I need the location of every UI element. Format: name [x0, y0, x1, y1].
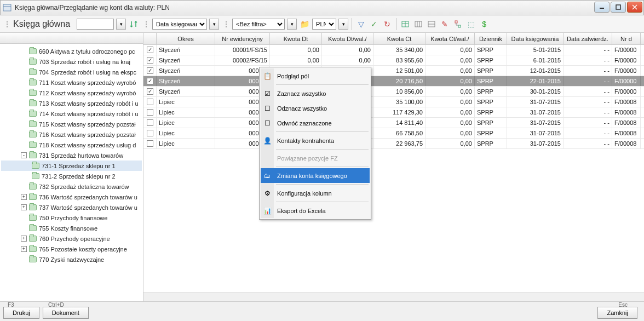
table-icon[interactable]: [400, 19, 411, 30]
context-menu-item[interactable]: ⚙Konfiguracja kolumn: [261, 186, 370, 200]
tree-item-732[interactable]: 732 Sprzedaż detaliczna towarów: [1, 181, 142, 192]
table-row[interactable]: Styczeń00004/0012 501,000,00SPRP12-01-20…: [143, 66, 644, 76]
tree-item-703[interactable]: 703 Sprzedaż robót i usług na kraj: [1, 56, 142, 67]
col-header-kwdtw[interactable]: Kwota Dt/wal./: [322, 33, 373, 44]
tree-icon[interactable]: ✎: [439, 19, 450, 30]
folder-icon[interactable]: 📁: [299, 19, 310, 30]
tree-item-731-1[interactable]: 731-1 Sprzedaż sklepu nr 1: [1, 160, 142, 171]
tree-item-711[interactable]: 711 Koszt własny sprzedaży wyrobó: [1, 77, 142, 88]
table-row[interactable]: Lipiec00032/0022 963,750,00SPRP31-07-201…: [143, 139, 644, 149]
table-row[interactable]: Lipiec00024/00117 429,300,00SPRP31-07-20…: [143, 107, 644, 118]
col-header-kwctw[interactable]: Kwota Ct/wal./: [426, 33, 475, 44]
col-header-nrew[interactable]: Nr ewidencyjny: [215, 33, 270, 44]
tree-item-731-2[interactable]: 731-2 Sprzedaż sklepu nr 2: [1, 171, 142, 181]
dropdown-button[interactable]: ▾: [116, 19, 126, 30]
col-header-kwct[interactable]: Kwota Ct: [373, 33, 426, 44]
grid-scrollbar[interactable]: [143, 293, 644, 301]
tree-expander[interactable]: +: [21, 236, 27, 242]
row-checkbox-cell[interactable]: [143, 128, 157, 138]
context-menu-item[interactable]: 📊Eksport do Excela: [261, 203, 370, 218]
table-row[interactable]: Styczeń00007/0020 716,500,00SPRP22-01-20…: [143, 76, 644, 87]
document-button[interactable]: Dokument: [43, 307, 89, 319]
col-header-nrd[interactable]: Nr d: [612, 33, 641, 44]
tree-item-765[interactable]: +765 Pozostałe koszty operacyjne: [1, 244, 142, 254]
tree-item-737[interactable]: +737 Wartość sprzedanych towarów u: [1, 202, 142, 213]
col-header-check[interactable]: [143, 33, 157, 44]
checkbox-icon[interactable]: [147, 119, 153, 126]
print-button[interactable]: Drukuj: [3, 307, 39, 319]
columns-icon[interactable]: [426, 19, 437, 30]
context-menu-item[interactable]: ☐Odznacz wszystko: [261, 101, 370, 116]
tree-item-660[interactable]: 660 Aktywa z tytułu odroczonego pc: [1, 46, 142, 56]
tree-item-750[interactable]: 750 Przychody finansowe: [1, 213, 142, 223]
grid-icon[interactable]: [413, 19, 424, 30]
row-checkbox-cell[interactable]: [143, 97, 157, 107]
filter-select[interactable]: <Bez filtra>: [232, 19, 285, 30]
money-icon[interactable]: $: [479, 19, 490, 30]
checkbox-icon[interactable]: [147, 140, 153, 147]
row-checkbox-cell[interactable]: [143, 118, 157, 128]
row-checkbox-cell[interactable]: [143, 55, 157, 65]
date-select[interactable]: Data księgowania: [152, 19, 207, 30]
row-checkbox-cell[interactable]: [143, 76, 157, 86]
tree-item-731[interactable]: -731 Sprzedaż hurtowa towarów: [1, 150, 142, 160]
search-input[interactable]: [77, 19, 114, 30]
table-row[interactable]: Lipiec00026/0014 811,400,00SPRP31-07-201…: [143, 118, 644, 128]
maximize-button[interactable]: [611, 2, 626, 13]
hierarchy-icon[interactable]: [452, 19, 463, 30]
table-row[interactable]: Lipiec00023/0035 100,000,00SPRP31-07-201…: [143, 97, 644, 107]
tree-item-718[interactable]: 718 Koszt własny sprzedaży usług d: [1, 140, 142, 150]
context-menu-item[interactable]: 👤Kontakty kontrahenta: [261, 133, 370, 148]
row-checkbox-cell[interactable]: [143, 45, 157, 55]
check-icon[interactable]: ✓: [369, 19, 380, 30]
table-row[interactable]: Styczeń00002/FS/150,000,0083 955,600,00S…: [143, 55, 644, 66]
context-menu-item[interactable]: 📋Podgląd pól: [261, 68, 370, 83]
tree-item-736[interactable]: +736 Wartość sprzedanych towarów u: [1, 192, 142, 202]
tree-item-704[interactable]: 704 Sprzedaż robót i usług na ekspc: [1, 67, 142, 77]
tree-item-714[interactable]: 714 Koszt własny sprzedaży robót i u: [1, 108, 142, 119]
table-row[interactable]: Lipiec00029/0066 758,500,00SPRP31-07-201…: [143, 128, 644, 139]
tree-expander[interactable]: +: [21, 204, 27, 210]
table-row[interactable]: Styczeń00010/0010 856,000,00SPRP30-01-20…: [143, 87, 644, 97]
dropdown-button[interactable]: ▾: [338, 19, 348, 30]
tree-expander[interactable]: +: [21, 246, 27, 252]
row-checkbox-cell[interactable]: [143, 107, 157, 117]
col-header-dk[interactable]: Data księgowania: [507, 33, 564, 44]
checkbox-icon[interactable]: [147, 67, 153, 74]
import-icon[interactable]: ⬚: [465, 19, 476, 30]
checkbox-icon[interactable]: [147, 130, 153, 136]
context-menu-item[interactable]: 🗂Zmiana konta księgowego: [261, 168, 370, 183]
close-footer-button[interactable]: Zamknij: [597, 307, 637, 319]
checkbox-icon[interactable]: [147, 57, 153, 64]
checkbox-icon[interactable]: [147, 109, 153, 116]
row-checkbox-cell[interactable]: [143, 139, 157, 148]
sort-icon[interactable]: [128, 19, 139, 30]
minimize-button[interactable]: [594, 2, 610, 13]
checkbox-icon[interactable]: [147, 78, 153, 84]
row-checkbox-cell[interactable]: [143, 66, 157, 76]
tree-item-716[interactable]: 716 Koszt własny sprzedaży pozstał: [1, 129, 142, 140]
checkbox-icon[interactable]: [147, 99, 153, 105]
checkbox-icon[interactable]: [147, 47, 153, 53]
row-checkbox-cell[interactable]: [143, 87, 157, 96]
context-menu-item[interactable]: ☑Zaznacz wszystko: [261, 86, 370, 101]
filter-icon[interactable]: ▽: [355, 19, 366, 30]
tree-expander[interactable]: +: [21, 194, 27, 200]
col-header-kwdt[interactable]: Kwota Dt: [270, 33, 322, 44]
currency-select[interactable]: PLN: [312, 19, 336, 30]
context-menu-item[interactable]: ☐Odwróć zaznaczone: [261, 116, 370, 130]
dropdown-button[interactable]: ▾: [287, 19, 297, 30]
refresh-icon[interactable]: ↻: [382, 19, 393, 30]
col-header-okres[interactable]: Okres: [157, 33, 215, 44]
tree-item-755[interactable]: 755 Koszty finansowe: [1, 223, 142, 233]
tree-item-712[interactable]: 712 Koszt własny sprzedaży wyrobó: [1, 88, 142, 98]
tree-item-715[interactable]: 715 Koszt własny sprzedaży pozstał: [1, 119, 142, 129]
tree-item-770[interactable]: 770 Zyski nadzwyczajne: [1, 254, 142, 265]
col-header-dz[interactable]: Dziennik: [475, 33, 507, 44]
table-row[interactable]: Styczeń00001/FS/150,000,0035 340,000,00S…: [143, 45, 644, 55]
checkbox-icon[interactable]: [147, 88, 153, 95]
dropdown-button[interactable]: ▾: [209, 19, 219, 30]
tree-item-760[interactable]: +760 Przychody operacyjne: [1, 233, 142, 244]
col-header-dzat[interactable]: Data zatwierdz.: [564, 33, 612, 44]
tree-expander[interactable]: -: [21, 152, 27, 158]
